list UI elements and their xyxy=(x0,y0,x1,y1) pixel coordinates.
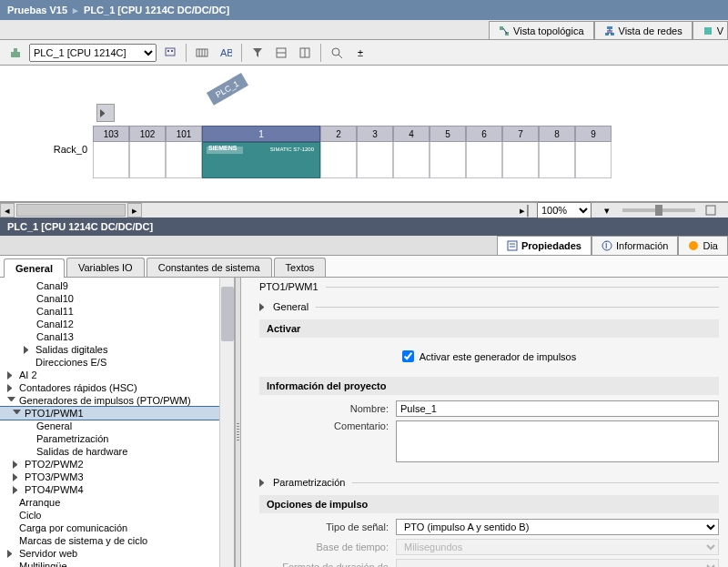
slot-body[interactable] xyxy=(320,142,357,178)
tab-diagnostico-partial[interactable]: Dia xyxy=(678,236,728,255)
section-general[interactable]: General xyxy=(273,301,308,312)
slot-header[interactable]: 7 xyxy=(502,126,539,142)
tree-canal13[interactable]: Canal13 xyxy=(0,330,234,343)
slot-header-cpu[interactable]: 1 xyxy=(202,126,320,142)
tree-splitter[interactable] xyxy=(235,278,241,567)
tree-ciclo[interactable]: Ciclo xyxy=(0,509,234,521)
svg-rect-3 xyxy=(607,26,612,29)
tree-ai2[interactable]: AI 2 xyxy=(0,369,234,381)
scroll-left[interactable]: ◂ xyxy=(0,203,15,218)
tab-textos[interactable]: Textos xyxy=(274,258,327,277)
tree-scrollbar[interactable] xyxy=(219,278,234,567)
hscrollbar[interactable] xyxy=(16,204,126,217)
tree-generadores[interactable]: Generadores de impulsos (PTO/PWM) xyxy=(0,394,234,407)
toolbar-btn-extra[interactable] xyxy=(701,200,721,220)
breadcrumb-project: Pruebas V15 xyxy=(7,5,67,15)
tree-direcciones-es[interactable]: Direcciones E/S xyxy=(0,356,234,369)
slot-body[interactable] xyxy=(502,142,539,178)
plc-flag-label[interactable]: PLC_1 xyxy=(207,73,248,106)
device-canvas[interactable]: PLC_1 Rack_0 103 102 101 1SIEMENSSIMATIC… xyxy=(0,66,728,202)
tree-multilingue[interactable]: Multilingüe xyxy=(0,560,234,567)
tipo-senal-select[interactable]: PTO (impulso A y sentido B) xyxy=(396,519,719,535)
tree-pto1-parametrizacion[interactable]: Parametrización xyxy=(0,432,234,445)
slot-cpu-device[interactable]: SIEMENSSIMATIC S7-1200 xyxy=(202,142,320,178)
zoom-dropdown[interactable]: ▾ xyxy=(597,200,617,220)
zoom-selector[interactable]: 100% xyxy=(537,202,592,218)
tree-pto1-salidas[interactable]: Salidas de hardware xyxy=(0,445,234,458)
tree-pto4[interactable]: PTO4/PWM4 xyxy=(0,483,234,496)
slot-header[interactable]: 6 xyxy=(466,126,502,142)
zoom-thumb[interactable] xyxy=(655,205,662,216)
toolbar-btn-view1[interactable] xyxy=(271,43,291,63)
tree-arranque[interactable]: Arranque xyxy=(0,496,234,509)
view1-icon xyxy=(275,46,288,59)
svg-point-24 xyxy=(332,48,339,56)
tree-canal9[interactable]: Canal9 xyxy=(0,279,234,292)
toolbar-btn-view2[interactable] xyxy=(295,43,315,63)
expand-icon[interactable] xyxy=(259,479,268,487)
tree-pto1-general[interactable]: General xyxy=(0,420,234,432)
tab-vista-topologica[interactable]: Vista topológica xyxy=(489,21,593,39)
slot-header[interactable]: 101 xyxy=(166,126,202,142)
tree-marcas-sistema[interactable]: Marcas de sistema y de ciclo xyxy=(0,534,234,547)
toolbar-btn-fit[interactable]: ± xyxy=(350,43,370,63)
slot-body[interactable] xyxy=(466,142,502,178)
comentario-input[interactable] xyxy=(396,420,719,462)
svg-rect-26 xyxy=(706,206,715,215)
properties-panel: PTO1/PWM1 General Activar Activar este g… xyxy=(241,278,728,567)
tree-salidas-digitales[interactable]: Salidas digitales xyxy=(0,343,234,356)
slot-body[interactable] xyxy=(430,142,466,178)
expand-icon xyxy=(13,486,21,494)
checkbox-activar-generador[interactable] xyxy=(402,350,414,362)
slot-header[interactable]: 102 xyxy=(129,126,166,142)
slot-header[interactable]: 4 xyxy=(393,126,430,142)
slot-body[interactable] xyxy=(575,142,612,178)
nombre-input[interactable] xyxy=(396,400,719,417)
tree-canal12[interactable]: Canal12 xyxy=(0,318,234,330)
slot-body[interactable] xyxy=(357,142,393,178)
tab-propiedades[interactable]: Propiedades xyxy=(497,236,592,255)
section-parametrizacion[interactable]: Parametrización xyxy=(273,477,345,488)
tree-canal10[interactable]: Canal10 xyxy=(0,292,234,305)
filter-icon xyxy=(251,46,264,59)
svg-rect-14 xyxy=(171,50,173,52)
tree-canal11[interactable]: Canal11 xyxy=(0,305,234,318)
expand-icon xyxy=(24,346,32,354)
scroll-right[interactable]: ▸ xyxy=(127,203,142,218)
slot-body[interactable] xyxy=(393,142,430,178)
slot-header[interactable]: 103 xyxy=(93,126,129,142)
zoom-slider[interactable] xyxy=(622,208,695,212)
tab-constantes[interactable]: Constantes de sistema xyxy=(147,258,272,277)
tab-variables-io[interactable]: Variables IO xyxy=(66,258,145,277)
slot-body[interactable] xyxy=(166,142,202,178)
slot-header[interactable]: 8 xyxy=(539,126,575,142)
slot-header[interactable]: 9 xyxy=(575,126,612,142)
slot-body[interactable] xyxy=(129,142,166,178)
slot-header[interactable]: 2 xyxy=(320,126,357,142)
tree-servidor-web[interactable]: Servidor web xyxy=(0,547,234,560)
splitter-grip xyxy=(237,423,239,441)
toolbar-btn-config[interactable] xyxy=(160,43,180,63)
expand-icon[interactable] xyxy=(259,303,268,311)
tab-informacion[interactable]: i Información xyxy=(592,236,678,255)
toolbar-btn-1[interactable] xyxy=(5,43,25,63)
scroll-thumb[interactable] xyxy=(221,287,234,341)
tree-pto3[interactable]: PTO3/PWM3 xyxy=(0,471,234,483)
tree-contadores-hsc[interactable]: Contadores rápidos (HSC) xyxy=(0,381,234,394)
toolbar-btn-filter[interactable] xyxy=(248,43,268,63)
tab-vista-dispositivos-partial[interactable]: V xyxy=(693,21,728,39)
toolbar-btn-zoom[interactable] xyxy=(327,43,347,63)
slot-header[interactable]: 5 xyxy=(430,126,466,142)
device-selector[interactable]: PLC_1 [CPU 1214C] xyxy=(29,44,157,62)
tab-general[interactable]: General xyxy=(4,258,65,278)
toolbar-btn-rack[interactable] xyxy=(192,43,212,63)
tab-vista-redes[interactable]: Vista de redes xyxy=(594,21,693,39)
rack-nav-right[interactable] xyxy=(96,104,115,122)
slot-header[interactable]: 3 xyxy=(357,126,393,142)
toolbar-btn-label[interactable]: ABC xyxy=(216,43,236,63)
slot-body[interactable] xyxy=(539,142,575,178)
slot-body[interactable] xyxy=(93,142,129,178)
tree-carga-comunicacion[interactable]: Carga por comunicación xyxy=(0,521,234,534)
tree-pto2[interactable]: PTO2/PWM2 xyxy=(0,458,234,471)
tree-pto1[interactable]: PTO1/PWM1 xyxy=(0,407,234,420)
